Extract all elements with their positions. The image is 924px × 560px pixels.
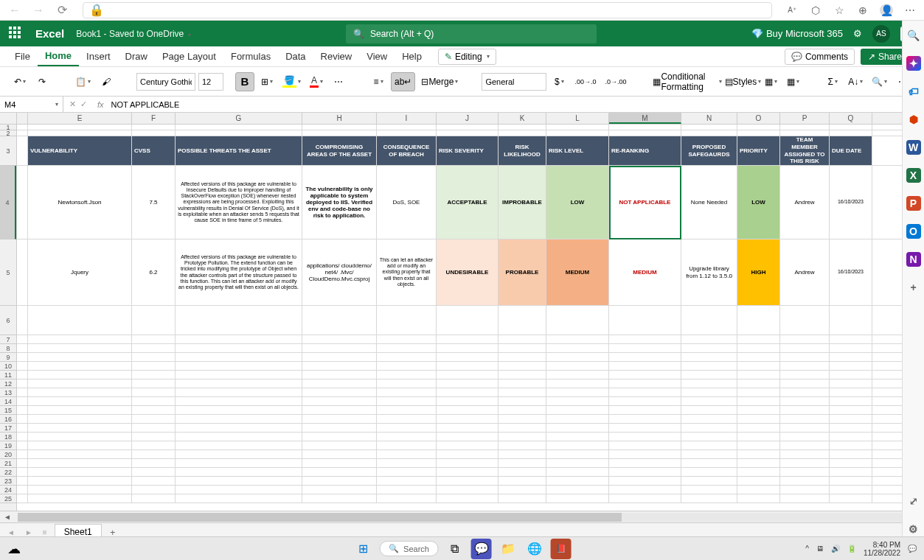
notifications-icon[interactable]: 💬 [908, 545, 917, 553]
collections-icon[interactable]: ⊕ [856, 4, 869, 17]
start-button[interactable]: ⊞ [352, 539, 373, 559]
bold-button[interactable]: B [235, 72, 254, 91]
col-header[interactable]: K [499, 113, 546, 124]
row-header[interactable]: 10 [0, 362, 16, 371]
header-cell[interactable]: POSSIBLE THREATS THE ASSET [176, 136, 302, 165]
more-icon[interactable]: ⋯ [903, 4, 917, 17]
editing-mode-button[interactable]: ✎Editing▾ [438, 49, 496, 65]
taskbar-search[interactable]: 🔍Search [379, 541, 439, 556]
cell-selected[interactable]: NOT APPLICABLE [609, 166, 681, 239]
rail-word-icon[interactable]: W [906, 140, 921, 155]
cell[interactable]: applications/ clouddemo/ net4/ .Mvc/ Clo… [302, 239, 377, 305]
rail-expand-icon[interactable]: ⤢ [906, 494, 921, 508]
increase-decimal-button[interactable]: .00→.0 [572, 72, 599, 91]
rail-office-icon[interactable]: ⬢ [906, 112, 921, 127]
teams-icon[interactable]: 💬 [471, 539, 492, 559]
header-cell[interactable]: COMPROMISING AREAS OF THE ASSET [302, 136, 377, 165]
header-cell[interactable]: RISK LIKELIHOOD [499, 136, 546, 165]
header-cell[interactable]: DUE DATE [830, 136, 872, 165]
horizontal-scroll-thumb[interactable] [18, 513, 622, 522]
header-cell[interactable]: VULNERABILITY [28, 136, 132, 165]
row-header[interactable]: 4 [0, 166, 16, 239]
row-header[interactable]: 23 [0, 477, 16, 486]
paste-button[interactable]: 📋▾ [72, 72, 94, 91]
col-header[interactable]: Q [830, 113, 872, 124]
number-format-select[interactable] [482, 73, 546, 91]
format-painter-button[interactable]: 🖌 [97, 72, 116, 91]
row-header[interactable]: 20 [0, 450, 16, 459]
row-header[interactable]: 13 [0, 388, 16, 397]
rail-add-icon[interactable]: + [906, 280, 921, 295]
more-font-button[interactable]: ⋯ [329, 72, 348, 91]
cell[interactable]: Newtonsoft.Json [28, 166, 132, 239]
row-header[interactable]: 17 [0, 424, 16, 433]
styles-button[interactable]: ▤ Styles▾ [728, 72, 759, 91]
cell[interactable]: MEDIUM [609, 239, 681, 305]
row-header[interactable]: 14 [0, 397, 16, 406]
rail-outlook-icon[interactable]: O [906, 224, 921, 239]
row-header[interactable]: 3 [0, 136, 16, 166]
row-header[interactable]: 25 [0, 494, 16, 503]
cell[interactable]: Andrew [780, 239, 830, 305]
app-launcher-icon[interactable] [9, 27, 24, 41]
col-header[interactable]: O [737, 113, 780, 124]
all-sheets-icon[interactable]: ≡ [40, 528, 50, 536]
col-header[interactable]: N [681, 113, 737, 124]
conditional-formatting-button[interactable]: ▦ Conditional Formatting▾ [650, 72, 724, 91]
autosum-button[interactable]: Σ▾ [823, 72, 842, 91]
col-header[interactable]: H [302, 113, 377, 124]
cell[interactable]: 6.2 [132, 239, 176, 305]
col-header[interactable]: F [132, 113, 176, 124]
text-size-icon[interactable]: A⁺ [785, 4, 799, 17]
sort-filter-button[interactable]: A↓▾ [845, 72, 866, 91]
rail-copilot-icon[interactable]: ✦ [906, 56, 921, 71]
cell[interactable]: 16/10/2023 [830, 239, 872, 305]
title-search[interactable]: 🔍 Search (Alt + Q) [346, 24, 597, 43]
tab-home[interactable]: Home [38, 46, 79, 66]
undo-button[interactable]: ↶▾ [10, 72, 29, 91]
select-all-corner[interactable] [0, 113, 17, 124]
fill-color-button[interactable]: 🪣▾ [279, 72, 304, 91]
wrap-text-button[interactable]: ab↵ [391, 72, 415, 91]
header-cell[interactable]: TEAM MEMBER ASSIGNED TO THIS RISK [780, 136, 830, 165]
tab-page-layout[interactable]: Page Layout [155, 46, 223, 66]
rail-tag-icon[interactable]: 🏷 [906, 84, 921, 99]
tab-draw[interactable]: Draw [118, 46, 155, 66]
cell[interactable]: None Needed [681, 166, 737, 239]
edge-icon[interactable]: 🌐 [524, 539, 545, 559]
row-header[interactable]: 18 [0, 433, 16, 441]
horizontal-scrollbar[interactable]: ◄ ► [0, 511, 924, 522]
row-header[interactable]: 11 [0, 371, 16, 379]
explorer-icon[interactable]: 📁 [498, 539, 518, 559]
shopping-icon[interactable]: ⬡ [809, 4, 822, 17]
settings-icon[interactable]: ⚙ [853, 28, 862, 39]
header-cell[interactable]: RISK LEVEL [546, 136, 609, 165]
tab-review[interactable]: Review [313, 46, 360, 66]
cell[interactable]: Upgrade library from 1.12 to 3.5.0 [681, 239, 737, 305]
row-header[interactable]: 19 [0, 441, 16, 450]
cell[interactable]: 16/10/2023 [830, 166, 872, 239]
row-header[interactable]: 22 [0, 468, 16, 477]
merge-button[interactable]: ⊟ Merge▾ [418, 72, 461, 91]
cell[interactable]: UNDESIRABLE [437, 239, 499, 305]
cell[interactable]: PROBABLE [499, 239, 546, 305]
name-box[interactable]: M4▾ [0, 97, 63, 112]
cell[interactable]: This can let an attacker add or modify a… [377, 239, 437, 305]
row-header[interactable]: 6 [0, 306, 16, 335]
row-header[interactable]: 8 [0, 344, 16, 353]
weather-widget[interactable]: ☁ [7, 541, 21, 557]
header-cell[interactable]: PRIORITY [737, 136, 780, 165]
cell[interactable]: Jquery [28, 239, 132, 305]
col-header[interactable]: M [609, 113, 681, 124]
cells-area[interactable]: VULNERABILITY CVSS POSSIBLE THREATS THE … [17, 125, 912, 511]
tab-file[interactable]: File [7, 46, 38, 66]
cancel-formula-icon[interactable]: ✕ [69, 99, 76, 109]
scroll-left-icon[interactable]: ◄ [0, 513, 15, 521]
col-header[interactable]: L [546, 113, 609, 124]
tab-data[interactable]: Data [278, 46, 313, 66]
row-header[interactable]: 12 [0, 379, 16, 388]
document-name[interactable]: Book1 - Saved to OneDrive ▾ [76, 29, 190, 39]
volume-icon[interactable]: 🔊 [831, 545, 840, 553]
display-icon[interactable]: 🖥 [816, 545, 824, 553]
cell[interactable]: Andrew [780, 166, 830, 239]
